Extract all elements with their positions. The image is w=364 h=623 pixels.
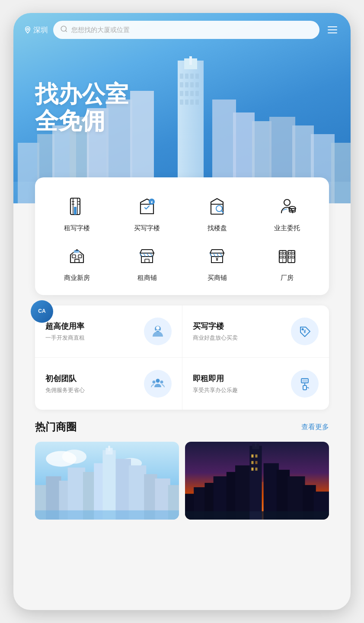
svg-rect-24 — [190, 82, 194, 87]
svg-point-49 — [284, 199, 290, 206]
price-tag-icon-circle: ¥ — [291, 318, 319, 345]
svg-rect-66 — [292, 252, 294, 254]
svg-text:¥: ¥ — [303, 329, 306, 334]
svg-point-84 — [62, 450, 87, 463]
svg-rect-92 — [102, 450, 115, 520]
rent-shop-icon — [134, 243, 160, 270]
developer-icon-circle — [144, 318, 172, 345]
svg-rect-25 — [195, 82, 199, 87]
search-placeholder: 您想找的大厦或位置 — [71, 26, 130, 34]
feature-startup-team[interactable]: 初创团队 免佣服务更省心 — [35, 358, 182, 410]
svg-rect-53 — [72, 255, 76, 258]
category-find-project[interactable]: 找楼盘 — [184, 193, 250, 232]
hot-areas-grid — [35, 442, 329, 520]
hero-banner: 深圳 您想找的大厦或位置 找办公室 全免佣 — [13, 13, 351, 203]
category-buy-shop-label: 买商铺 — [208, 274, 227, 282]
factory-icon — [274, 243, 300, 270]
svg-rect-10 — [189, 56, 192, 65]
hot-areas-section: 热门商圈 查看更多 — [35, 420, 329, 520]
svg-rect-27 — [185, 91, 188, 96]
svg-rect-114 — [251, 461, 253, 464]
svg-rect-30 — [180, 100, 183, 105]
feature-buy-office[interactable]: 买写字楼 商业好盘放心买卖 ¥ — [182, 305, 329, 357]
svg-rect-22 — [180, 82, 183, 87]
svg-point-77 — [160, 381, 163, 384]
feature-high-usage[interactable]: 超高使用率 一手开发商直租 — [35, 305, 182, 357]
category-new-commercial-label: 商业新房 — [64, 274, 90, 282]
feature-row-2: 初创团队 免佣服务更省心 即租即用 — [35, 358, 329, 410]
svg-point-72 — [156, 326, 160, 330]
svg-point-34 — [27, 28, 29, 30]
category-owner-trust[interactable]: 业主委托 — [254, 193, 320, 232]
svg-rect-39 — [74, 207, 77, 215]
rent-office-icon — [64, 193, 90, 220]
svg-text:¥: ¥ — [150, 200, 153, 204]
svg-rect-29 — [195, 91, 199, 96]
category-buy-shop[interactable]: ¥ 买商铺 — [184, 243, 250, 282]
category-rent-office-label: 租写字楼 — [64, 224, 90, 232]
paint-icon-circle — [291, 370, 319, 398]
owner-trust-icon — [274, 193, 300, 220]
category-owner-trust-label: 业主委托 — [274, 224, 300, 232]
category-grid: 租写字楼 ¥ 买写字楼 — [44, 193, 320, 282]
svg-rect-17 — [331, 143, 351, 203]
feature-high-usage-text: 超高使用率 一手开发商直租 — [45, 321, 85, 342]
svg-rect-67 — [280, 256, 282, 258]
svg-rect-52 — [75, 259, 79, 263]
feature-ready-rent-text: 即租即用 享受共享办公乐趣 — [193, 373, 238, 394]
menu-line-3 — [328, 32, 337, 33]
hot-areas-title: 热门商圈 — [35, 420, 77, 434]
svg-rect-69 — [289, 256, 291, 258]
category-factory[interactable]: 厂房 — [254, 243, 320, 282]
svg-point-75 — [156, 379, 160, 383]
svg-rect-20 — [190, 74, 194, 79]
svg-rect-21 — [195, 74, 199, 79]
svg-rect-32 — [190, 100, 194, 105]
feature-startup-text: 初创团队 免佣服务更省心 — [45, 373, 85, 394]
svg-rect-54 — [78, 255, 82, 258]
hot-areas-more[interactable]: 查看更多 — [301, 423, 329, 432]
svg-rect-31 — [185, 100, 188, 105]
svg-line-36 — [65, 30, 67, 32]
category-factory-label: 厂房 — [281, 274, 294, 282]
svg-rect-112 — [251, 454, 253, 457]
category-buy-office-label: 买写字楼 — [134, 224, 160, 232]
svg-rect-63 — [280, 252, 282, 254]
category-rent-office[interactable]: 租写字楼 — [44, 193, 110, 232]
feature-section: 超高使用率 一手开发商直租 买写字楼 商业好盘放心买卖 — [35, 305, 329, 410]
category-rent-shop[interactable]: 租商铺 — [114, 243, 180, 282]
svg-rect-19 — [185, 74, 188, 79]
menu-button[interactable] — [325, 22, 340, 38]
hot-area-item-1[interactable] — [35, 442, 179, 520]
hot-areas-header: 热门商圈 查看更多 — [35, 420, 329, 434]
header: 深圳 您想找的大厦或位置 — [13, 13, 351, 47]
hot-area-item-2[interactable] — [185, 442, 329, 520]
team-icon-circle — [144, 370, 172, 398]
float-badge[interactable]: CA — [31, 300, 53, 323]
svg-text:now: now — [73, 250, 80, 254]
svg-rect-116 — [251, 468, 253, 471]
category-buy-office[interactable]: ¥ 买写字楼 — [114, 193, 180, 232]
svg-rect-68 — [284, 256, 285, 258]
svg-rect-26 — [180, 91, 183, 96]
category-new-commercial[interactable]: now 商业新房 — [44, 243, 110, 282]
svg-point-76 — [152, 381, 155, 384]
svg-rect-65 — [289, 252, 291, 254]
location-icon — [24, 26, 32, 34]
svg-rect-18 — [180, 74, 183, 79]
svg-rect-23 — [185, 82, 188, 87]
feature-ready-rent[interactable]: 即租即用 享受共享办公乐趣 — [182, 358, 329, 410]
svg-rect-70 — [292, 256, 294, 258]
category-card: 租写字楼 ¥ 买写字楼 — [35, 177, 329, 295]
find-project-icon — [204, 193, 230, 220]
menu-line-1 — [328, 26, 337, 27]
svg-rect-118 — [264, 463, 279, 520]
location-button[interactable]: 深圳 — [24, 25, 48, 35]
search-bar[interactable]: 您想找的大厦或位置 — [53, 21, 319, 39]
svg-rect-28 — [190, 91, 194, 96]
category-rent-shop-label: 租商铺 — [137, 274, 157, 282]
svg-rect-57 — [145, 259, 149, 263]
svg-rect-94 — [109, 446, 110, 451]
category-find-project-label: 找楼盘 — [208, 224, 227, 232]
buy-office-icon: ¥ — [134, 193, 160, 220]
